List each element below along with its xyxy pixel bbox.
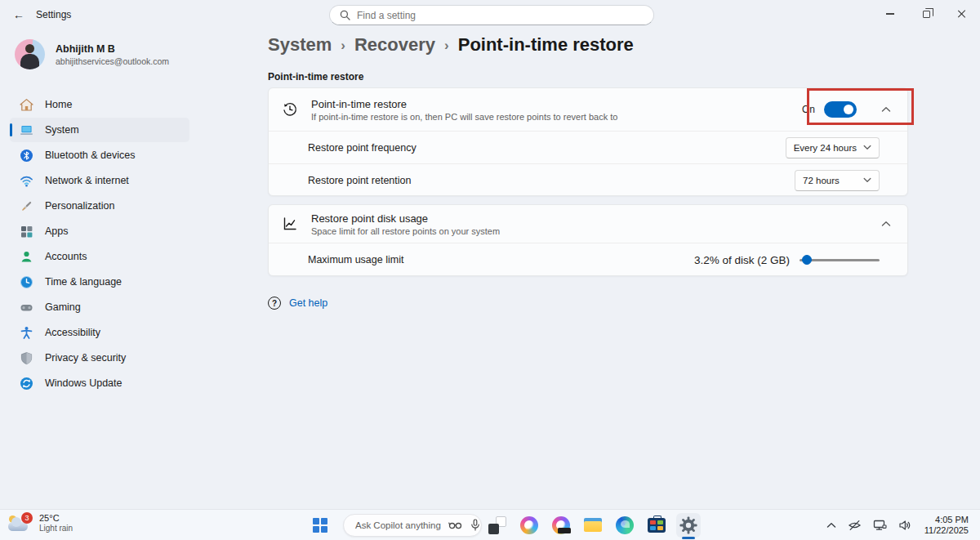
restore-toggle[interactable] <box>824 101 857 118</box>
back-arrow-icon: ← <box>13 8 24 21</box>
disk-usage-subtitle: Space limit for all restore points on yo… <box>311 226 857 236</box>
settings-window: ← Settings Abhijith M B abhijithservices… <box>0 0 980 540</box>
settings-gear-icon <box>679 515 698 535</box>
start-button[interactable] <box>313 518 327 533</box>
bluetooth-icon <box>20 149 33 163</box>
back-button[interactable]: ← <box>8 6 29 24</box>
microphone-icon[interactable] <box>470 519 480 532</box>
breadcrumb-system[interactable]: System <box>268 34 332 56</box>
section-label: Point-in-time restore <box>268 71 363 83</box>
max-usage-label: Maximum usage limit <box>308 254 694 266</box>
tray-chevron-up-button[interactable] <box>821 513 842 538</box>
briefcase-apps-button[interactable] <box>644 513 669 538</box>
task-view-button[interactable] <box>485 513 510 538</box>
breadcrumb-recovery[interactable]: Recovery <box>354 34 435 56</box>
restore-settings-card: Point-in-time restore If point-in-time r… <box>268 87 908 196</box>
sidebar-item-accounts[interactable]: Accounts <box>10 244 189 269</box>
sidebar-item-label: Time & language <box>45 276 122 288</box>
retention-label: Restore point retention <box>308 175 795 186</box>
clock[interactable]: 4:05 PM 11/22/2025 <box>918 515 980 536</box>
slider-thumb[interactable] <box>802 255 812 265</box>
toggle-thumb <box>844 105 853 114</box>
frequency-label: Restore point frequency <box>308 142 786 154</box>
user-email: abhijithservices@outlook.com <box>56 56 169 66</box>
glasses-icon <box>448 520 463 530</box>
chevron-up-icon[interactable] <box>881 106 891 113</box>
sidebar-item-time-language[interactable]: Time & language <box>10 270 189 294</box>
sidebar-item-home[interactable]: Home <box>10 92 189 117</box>
sidebar-item-gaming[interactable]: Gaming <box>10 295 189 319</box>
network-tray-button[interactable] <box>867 513 893 538</box>
volume-tray-button[interactable] <box>893 513 918 538</box>
minimize-button[interactable] <box>872 0 908 28</box>
copilot-app-button[interactable] <box>517 513 541 538</box>
personalization-icon <box>20 199 33 213</box>
frequency-value: Every 24 hours <box>794 143 857 153</box>
sidebar-item-network[interactable]: Network & internet <box>10 168 189 193</box>
m365-copilot-icon <box>552 516 570 534</box>
titlebar: ← Settings <box>0 0 980 29</box>
retention-value: 72 hours <box>803 176 840 185</box>
sidebar-item-windows-update[interactable]: Windows Update <box>10 371 189 395</box>
restore-toggle-group: On <box>802 101 857 118</box>
sidebar-item-system[interactable]: System <box>10 118 189 142</box>
sidebar-item-privacy[interactable]: Privacy & security <box>10 346 189 370</box>
max-usage-row: Maximum usage limit 3.2% of disk (2 GB) <box>269 243 907 276</box>
ethernet-network-icon <box>873 519 887 532</box>
file-explorer-button[interactable] <box>581 513 605 538</box>
weather-condition: Light rain <box>39 524 73 533</box>
breadcrumb: System › Recovery › Point-in-time restor… <box>268 34 634 56</box>
edge-browser-button[interactable] <box>612 513 637 538</box>
get-help-link[interactable]: ? Get help <box>268 297 327 310</box>
user-profile[interactable]: Abhijith M B abhijithservices@outlook.co… <box>15 39 169 69</box>
close-button[interactable] <box>944 0 980 28</box>
retention-row: Restore point retention 72 hours <box>269 163 907 196</box>
search-box[interactable] <box>329 5 654 25</box>
sidebar-item-label: Personalization <box>45 200 114 212</box>
briefcase-apps-icon <box>648 518 666 533</box>
sidebar-item-label: Privacy & security <box>45 352 126 364</box>
chevron-down-icon <box>863 177 871 183</box>
apps-icon <box>20 225 33 239</box>
retention-dropdown[interactable]: 72 hours <box>795 170 880 191</box>
weather-temp: 25°C <box>39 513 73 523</box>
restore-expander-header[interactable]: Point-in-time restore If point-in-time r… <box>269 88 907 131</box>
m365-copilot-button[interactable] <box>549 513 573 538</box>
task-view-icon <box>488 516 506 534</box>
restore-button[interactable] <box>908 0 944 28</box>
disk-usage-expander-header[interactable]: Restore point disk usage Space limit for… <box>269 205 907 243</box>
eye-slash-icon <box>848 519 862 532</box>
sidebar-item-accessibility[interactable]: Accessibility <box>10 320 189 345</box>
file-explorer-icon <box>584 518 602 533</box>
toggle-state-label: On <box>802 104 815 115</box>
disk-usage-title: Restore point disk usage <box>311 212 857 225</box>
notification-badge: 3 <box>21 512 33 524</box>
onedrive-paused-button[interactable] <box>842 513 867 538</box>
copilot-placeholder: Ask Copilot anything <box>355 520 441 530</box>
time-language-icon <box>20 275 33 289</box>
minimize-icon <box>886 13 894 14</box>
max-usage-slider[interactable] <box>800 254 880 266</box>
copilot-search-pill[interactable]: Ask Copilot anything <box>343 514 482 537</box>
weather-cloud-icon: 3 <box>8 512 33 533</box>
sidebar-item-bluetooth[interactable]: Bluetooth & devices <box>10 143 189 167</box>
weather-widget[interactable]: 3 25°C Light rain <box>8 512 73 533</box>
settings-app-button[interactable] <box>676 513 701 538</box>
history-restore-icon <box>282 101 298 118</box>
chevron-down-icon <box>863 145 871 150</box>
restore-icon <box>923 11 930 18</box>
gaming-icon <box>20 301 33 315</box>
chevron-up-icon[interactable] <box>881 221 891 227</box>
tray-date: 11/22/2025 <box>924 525 969 536</box>
get-help-label: Get help <box>289 297 327 309</box>
sidebar-item-apps[interactable]: Apps <box>10 219 189 243</box>
sidebar: Abhijith M B abhijithservices@outlook.co… <box>0 29 245 509</box>
window-controls <box>872 0 980 28</box>
sidebar-item-label: Home <box>45 99 72 110</box>
search-input[interactable] <box>357 10 644 21</box>
sidebar-item-label: Gaming <box>45 301 81 313</box>
sidebar-item-personalization[interactable]: Personalization <box>10 194 189 218</box>
sidebar-item-label: Apps <box>45 225 69 237</box>
frequency-dropdown[interactable]: Every 24 hours <box>786 137 880 158</box>
edge-icon <box>616 516 634 534</box>
